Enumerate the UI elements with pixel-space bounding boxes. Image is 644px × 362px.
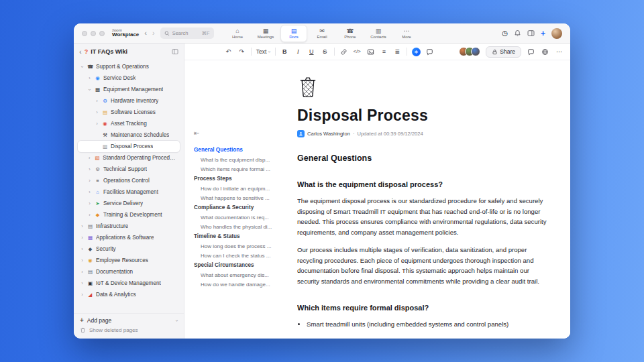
outline-subitem[interactable]: What documentation is req... [194, 213, 294, 222]
tab-home[interactable]: ⌂Home [224, 25, 251, 42]
forward-button[interactable]: › [152, 29, 155, 37]
outline-heading[interactable]: Special Circumstances [194, 260, 294, 270]
chevron-down-icon[interactable]: › [87, 87, 93, 92]
align-button[interactable]: ≣ [393, 47, 402, 57]
notifications-icon[interactable] [514, 29, 521, 37]
bullet-list-button[interactable]: ≡ [380, 47, 388, 57]
maximize-window-button[interactable] [99, 31, 105, 36]
tab-email[interactable]: ✉Email [309, 25, 335, 42]
italic-button[interactable]: I [294, 47, 303, 57]
sidebar-item[interactable]: ›▧Standard Operating Procedures [78, 152, 180, 164]
sidebar-item[interactable]: ›◉Service Desk [78, 72, 180, 84]
sidebar-item[interactable]: ›▦Equipment Management [78, 84, 180, 95]
tab-contacts[interactable]: ▥Contacts [365, 25, 392, 42]
outline-subitem[interactable]: What happens to sensitive ... [194, 193, 294, 202]
chevron-right-icon[interactable]: › [87, 190, 92, 195]
tab-meetings[interactable]: ▦Meetings [252, 25, 279, 42]
side-panel-icon[interactable] [527, 29, 535, 37]
sidebar-item-label: Equipment Management [103, 86, 163, 93]
back-button[interactable]: ‹ [144, 29, 147, 37]
outline-heading[interactable]: General Questions [194, 145, 294, 155]
chevron-right-icon[interactable]: › [80, 224, 85, 229]
chevron-right-icon[interactable]: › [87, 167, 92, 172]
publish-web-button[interactable] [541, 47, 549, 57]
chevron-right-icon[interactable]: › [87, 213, 92, 218]
comment-button[interactable] [425, 47, 434, 57]
sidebar-item[interactable]: ›◉Employee Resources [78, 255, 180, 266]
sidebar-item[interactable]: ›≡Operations Control [78, 175, 180, 186]
ai-companion-icon[interactable]: ∗ [412, 48, 421, 56]
chevron-right-icon[interactable]: › [87, 156, 92, 161]
sidebar-item[interactable]: ›▥Disposal Process [78, 141, 180, 152]
bold-button[interactable]: B [280, 47, 289, 57]
text-style-dropdown[interactable]: Text › [256, 47, 270, 57]
search-input[interactable]: Search ⌘F [160, 27, 214, 39]
sidebar-item[interactable]: ›◆Training & Development [78, 209, 180, 221]
chevron-right-icon[interactable]: › [87, 178, 92, 184]
outline-subitem[interactable]: How do I initiate an equipm... [194, 184, 294, 193]
chevron-right-icon[interactable]: › [87, 201, 92, 206]
outline-heading[interactable]: Process Steps [194, 174, 294, 184]
history-icon[interactable]: ◷ [502, 30, 508, 37]
chevron-right-icon[interactable]: › [80, 269, 85, 275]
sidebar-item[interactable]: ›▤Infrastructure [78, 221, 180, 232]
tab-phone[interactable]: ☎Phone [337, 25, 364, 42]
sidebar-item[interactable]: ›⚙Technical Support [78, 164, 180, 175]
collapse-sidebar-icon[interactable] [172, 48, 178, 55]
sidebar-item[interactable]: ›⌂Facilities Management [78, 186, 180, 198]
chevron-right-icon[interactable]: › [80, 247, 85, 252]
chevron-right-icon[interactable]: › [95, 121, 99, 127]
chevron-right-icon[interactable]: › [95, 110, 99, 115]
image-button[interactable] [366, 47, 375, 57]
outline-subitem[interactable]: What is the equipment disp... [194, 155, 294, 164]
sidebar-back-button[interactable]: ‹ [79, 48, 82, 56]
outline-subitem[interactable]: How long does the process ... [194, 241, 294, 251]
tab-docs[interactable]: ▤Docs [280, 25, 307, 42]
sidebar-item[interactable]: ›▤Documentation [78, 266, 180, 278]
outline-subitem[interactable]: What about emergency dis... [194, 270, 294, 280]
new-item-button[interactable]: + [541, 29, 545, 38]
link-button[interactable] [339, 47, 348, 57]
inline-code-button[interactable]: </> [353, 47, 362, 57]
chevron-right-icon[interactable]: › [80, 235, 85, 241]
chevron-down-icon[interactable]: › [80, 64, 85, 69]
sidebar-item[interactable]: ›◆Security [78, 243, 180, 255]
sidebar-item[interactable]: ›◉Asset Tracking [78, 118, 180, 129]
chevron-right-icon[interactable]: › [80, 258, 85, 263]
strikethrough-button[interactable]: S [321, 47, 329, 57]
outline-subitem[interactable]: How can I check the status ... [194, 251, 294, 260]
chevron-right-icon[interactable]: › [80, 281, 85, 286]
tab-more[interactable]: ⋯More [393, 25, 420, 42]
sidebar-item[interactable]: ›☎Support & Operations [78, 61, 180, 72]
outline-subitem[interactable]: Who handles the physical di... [194, 222, 294, 231]
more-options-button[interactable]: ⋯ [555, 47, 564, 57]
collaborator-avatar[interactable] [471, 47, 480, 56]
show-deleted-pages-button[interactable]: Show deleted pages [80, 327, 178, 333]
add-page-button[interactable]: + Add page › [80, 317, 178, 324]
sidebar-item[interactable]: ›⚒Maintenance Schedules [78, 129, 180, 141]
comments-panel-button[interactable] [527, 47, 535, 57]
sidebar-item[interactable]: ›▣IoT & Device Management [78, 278, 180, 289]
underline-button[interactable]: U [307, 47, 316, 57]
user-avatar[interactable] [551, 28, 562, 39]
outline-subitem[interactable]: How do we handle damage... [194, 280, 294, 289]
chevron-right-icon[interactable]: › [95, 99, 99, 104]
share-button[interactable]: Share [486, 46, 521, 58]
redo-button[interactable]: ↷ [237, 47, 246, 57]
outline-heading[interactable]: Timeline & Status [194, 231, 294, 241]
doc-canvas[interactable]: Disposal Process Carlos Washington · Upd… [297, 60, 551, 339]
sidebar-item[interactable]: ›◢Data & Analytics [78, 289, 180, 300]
minimize-window-button[interactable] [91, 31, 96, 36]
outline-subitem[interactable]: Which items require formal ... [194, 164, 294, 174]
sidebar-item[interactable]: ›▦Applications & Software [78, 232, 180, 243]
outline-heading[interactable]: Compliance & Security [194, 202, 294, 213]
close-window-button[interactable] [82, 31, 87, 36]
chevron-right-icon[interactable]: › [80, 292, 85, 298]
sidebar-item[interactable]: ›⚙Hardware Inventory [78, 95, 180, 107]
sidebar-item[interactable]: ›▤Software Licenses [78, 107, 180, 118]
undo-button[interactable]: ↶ [224, 47, 233, 57]
chevron-right-icon[interactable]: › [87, 76, 92, 81]
sidebar-item[interactable]: ›➤Service Delivery [78, 198, 180, 209]
page-icon: ⚙ [102, 99, 108, 104]
collapse-outline-icon[interactable]: ⇤ [194, 130, 199, 137]
